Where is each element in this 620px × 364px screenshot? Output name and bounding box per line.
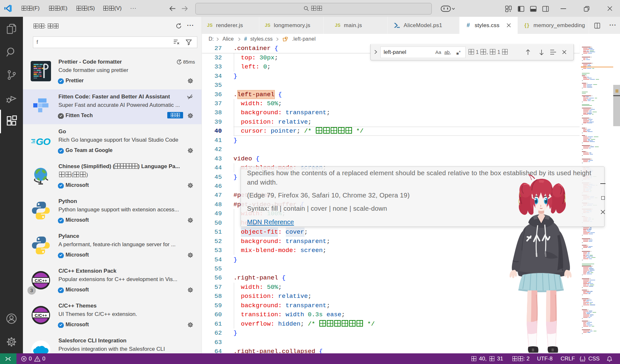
svg-text:C/C++: C/C++ (35, 313, 47, 318)
svg-text:C/C++: C/C++ (35, 278, 47, 283)
svg-text:GO: GO (36, 136, 50, 147)
